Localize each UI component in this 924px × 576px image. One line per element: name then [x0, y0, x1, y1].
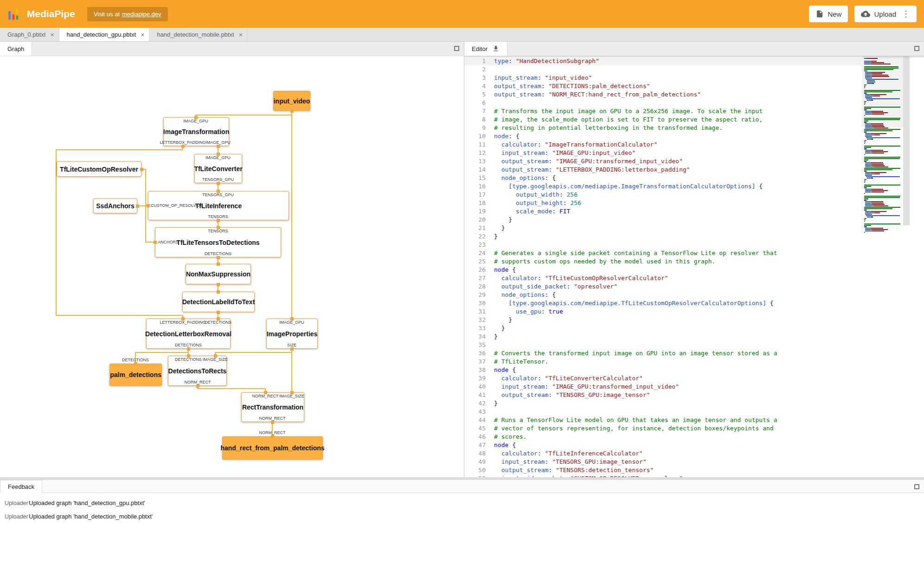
visit-link[interactable]: mediapipe.dev [122, 11, 161, 18]
port-connector [136, 205, 139, 208]
port-label: NORM_RECT [259, 430, 285, 435]
feedback-message: Uploaded graph 'hand_detection_gpu.pbtxt… [29, 499, 145, 506]
popout-graph-icon[interactable] [454, 46, 459, 51]
code-line: 39 calculator: "TfLiteConverterCalculato… [464, 374, 861, 383]
port-connector [290, 109, 294, 113]
document-tab[interactable]: hand_detection_mobile.pbtxt× [149, 28, 247, 41]
document-tab[interactable]: hand_detection_gpu.pbtxt× [59, 28, 150, 41]
code-line: 14 output_stream: "LETTERBOX_PADDING:let… [464, 166, 861, 174]
node-title: NonMaxSuppression [186, 270, 250, 278]
app-title: MediaPipe [27, 8, 75, 19]
graph-tab[interactable]: Graph [0, 42, 32, 56]
graph-canvas[interactable]: input_videoImageTransformationIMAGE_GPUL… [0, 56, 464, 477]
visit-badge: Visit us at mediapipe.dev [87, 7, 168, 21]
line-number: 35 [464, 341, 486, 349]
graph-node-DetectionLabelIdToText[interactable]: DetectionLabelIdToText [182, 292, 255, 312]
port-IMAGE_SIZE [214, 354, 217, 358]
port-label: NORM_RECT [259, 416, 285, 421]
port-NORM_RECT [264, 391, 267, 394]
line-number: 25 [464, 257, 486, 266]
editor-tab[interactable]: Editor [464, 42, 507, 56]
line-number: 28 [464, 282, 486, 291]
code-line: 31 use_gpu: true [464, 307, 861, 316]
document-tab-strip: Graph_0.pbtxt×hand_detection_gpu.pbtxt×h… [0, 28, 924, 42]
line-number: 38 [464, 366, 486, 374]
port-NORM_RECT [196, 384, 199, 388]
code-line: 12 input_stream: "IMAGE_GPU:input_video" [464, 149, 861, 157]
code-line: 8# image, the scale_mode option is set t… [464, 115, 861, 124]
port-connector [217, 262, 220, 266]
close-tab-icon[interactable]: × [239, 31, 243, 38]
port-label: DETECTIONS [122, 358, 149, 362]
node-title: ImageTransformation [163, 128, 229, 135]
close-tab-icon[interactable]: × [50, 31, 54, 38]
port-label: DETECTIONS [205, 320, 231, 325]
new-button[interactable]: New [809, 6, 848, 22]
feedback-row: UploaderUploaded graph 'hand_detection_g… [0, 496, 924, 510]
line-number: 4 [464, 82, 486, 90]
download-icon[interactable] [492, 45, 500, 52]
line-number: 7 [464, 107, 486, 115]
code-line: 27 calculator: "TfLiteCustomOpResolverCa… [464, 274, 861, 282]
graph-node-hand_rect_from_palm_detections[interactable]: hand_rect_from_palm_detections [222, 436, 323, 460]
code-line: 42} [464, 399, 861, 408]
node-title: SsdAnchors [96, 202, 134, 210]
line-number: 18 [464, 199, 486, 207]
graph-node-input_video[interactable]: input_video [273, 91, 310, 111]
upload-menu-icon[interactable]: ⋮ [902, 9, 910, 19]
port-LETTERBOX_PADDING [181, 145, 185, 148]
code-line: 35 [464, 341, 861, 349]
new-file-icon [815, 10, 824, 18]
line-number: 45 [464, 424, 486, 433]
code-line: 49 input_stream: "TENSORS_GPU:image_tens… [464, 458, 861, 466]
code-line: 13 output_stream: "IMAGE_GPU:transformed… [464, 157, 861, 166]
port-label: DETECTIONS [175, 343, 202, 347]
node-title: TfLiteConverter [194, 165, 242, 173]
document-tab-label: hand_detection_mobile.pbtxt [157, 31, 234, 38]
port-CUSTOM_OP_RESOLVER [147, 204, 150, 207]
node-title: TfLiteInference [195, 202, 242, 210]
port-label: NORM_RECT [252, 394, 278, 398]
port-LETTERBOX_PADDING [181, 317, 185, 320]
graph-node-SsdAnchors[interactable]: SsdAnchors [93, 198, 137, 213]
document-tab[interactable]: Graph_0.pbtxt× [0, 28, 59, 41]
code-line: 28 output_side_packet: "opresolver" [464, 282, 861, 291]
graph-node-TfLiteCustomOpResolver[interactable]: TfLiteCustomOpResolver [57, 161, 141, 177]
code-line: 20 } [464, 216, 861, 224]
port-TENSORS_GPU [217, 190, 220, 193]
graph-node-palm_detections[interactable]: palm_detections [109, 364, 162, 386]
feedback-row: UploaderUploaded graph 'hand_detection_m… [0, 510, 924, 523]
line-number: 46 [464, 433, 486, 441]
code-line: 26node { [464, 266, 861, 274]
port-label: NORM_RECT [184, 380, 211, 384]
port-label: LETTERBOX_PADDING [160, 320, 206, 325]
popout-editor-icon[interactable] [914, 46, 919, 51]
line-number: 10 [464, 132, 486, 141]
vertical-scrollbar[interactable] [903, 56, 910, 225]
close-tab-icon[interactable]: × [141, 31, 144, 38]
code-line: 23 [464, 241, 861, 249]
feedback-tab[interactable]: Feedback [0, 480, 42, 493]
code-line: 41 output_stream: "TENSORS_GPU:image_ten… [464, 391, 861, 399]
new-button-label: New [828, 10, 841, 18]
code-line: 32 } [464, 316, 861, 324]
minimap[interactable] [862, 56, 903, 477]
port-label: IMAGE_SIZE [203, 357, 228, 362]
code-line: 1type: "HandDetectionSubgraph" [464, 57, 861, 65]
port-label: TENSORS_GPU [202, 177, 234, 182]
popout-feedback-icon[interactable] [914, 484, 919, 489]
visit-text: Visit us at [94, 11, 120, 18]
node-title: DetectionLetterboxRemoval [145, 330, 231, 338]
upload-button[interactable]: Upload ⋮ [854, 6, 917, 22]
line-number: 12 [464, 149, 486, 157]
line-number: 9 [464, 124, 486, 132]
port-label: DETECTIONS [205, 251, 231, 256]
feedback-message: Uploaded graph 'hand_detection_mobile.pb… [29, 513, 153, 520]
minimap-slider[interactable] [862, 56, 903, 127]
port-DETECTIONS [217, 317, 220, 320]
port-IMAGE_GPU [217, 145, 220, 148]
line-number: 31 [464, 307, 486, 316]
document-tab-label: Graph_0.pbtxt [7, 31, 45, 38]
graph-node-NonMaxSuppression[interactable]: NonMaxSuppression [186, 264, 251, 284]
code-editor[interactable]: 1type: "HandDetectionSubgraph"23input_st… [464, 56, 924, 477]
